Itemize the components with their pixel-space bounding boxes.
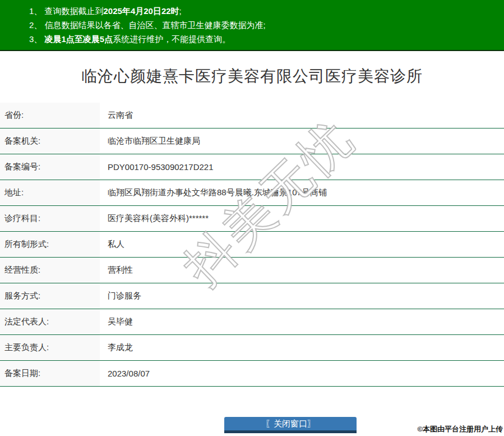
- table-row: 地址:临翔区凤翔街道办事处文华路88号晨曦.东城骊景107号商铺: [0, 180, 504, 206]
- upload-credit: ©本图由平台注册用户上传: [417, 424, 503, 434]
- page-title: 临沧心颜婕熹卡医疗美容有限公司医疗美容诊所: [0, 66, 504, 87]
- table-row: 法定代表人:吴毕健: [0, 309, 504, 335]
- row-value: 2023/08/07: [100, 361, 504, 386]
- notice-text: 系统进行维护，不能提供查询。: [113, 34, 230, 44]
- notice-text: 2、 信息数据结果以各省、自治区、直辖市卫生健康委数据为准;: [29, 20, 266, 30]
- row-value: 临沧市临翔区卫生健康局: [100, 128, 504, 154]
- notice-text-bold: 凌晨1点至凌晨5点: [45, 34, 113, 44]
- table-row: 所有制形式:私人: [0, 232, 504, 258]
- table-row: 省份:云南省: [0, 103, 504, 128]
- row-value: 云南省: [100, 103, 504, 128]
- notice-banner: 1、 查询数据截止到2025年4月20日22时;2、 信息数据结果以各省、自治区…: [0, 0, 504, 51]
- table-row: 服务方式:门诊服务: [0, 283, 504, 309]
- table-row: 主要负责人:李成龙: [0, 335, 504, 361]
- notice-text: 3、: [29, 34, 45, 44]
- close-window-button[interactable]: 〖关闭窗口〗: [224, 417, 357, 433]
- row-value: 私人: [100, 232, 504, 257]
- row-value: PDY00170-953090217D221: [100, 154, 504, 180]
- table-row: 诊疗科目:医疗美容科(美容外科)******: [0, 206, 504, 232]
- info-table: 省份:云南省备案机关:临沧市临翔区卫生健康局备案编号:PDY00170-9530…: [0, 103, 504, 387]
- table-row: 备案编号:PDY00170-953090217D221: [0, 154, 504, 180]
- row-label: 主要负责人:: [0, 335, 100, 360]
- row-label: 备案机关:: [0, 128, 100, 154]
- row-value: 临翔区凤翔街道办事处文华路88号晨曦.东城骊景107号商铺: [100, 180, 504, 205]
- row-label: 经营性质:: [0, 258, 100, 283]
- row-label: 备案编号:: [0, 154, 100, 180]
- table-row: 备案日期:2023/08/07: [0, 361, 504, 387]
- table-row: 备案机关:临沧市临翔区卫生健康局: [0, 128, 504, 154]
- table-row: 经营性质:营利性: [0, 258, 504, 283]
- notice-text: ;: [179, 6, 182, 16]
- row-label: 备案日期:: [0, 361, 100, 386]
- row-label: 地址:: [0, 180, 100, 205]
- notice-list: 1、 查询数据截止到2025年4月20日22时;2、 信息数据结果以各省、自治区…: [29, 4, 498, 46]
- row-label: 法定代表人:: [0, 309, 100, 334]
- row-label: 省份:: [0, 103, 100, 128]
- row-value: 吴毕健: [100, 309, 504, 334]
- row-value: 李成龙: [100, 335, 504, 360]
- row-value: 医疗美容科(美容外科)******: [100, 206, 504, 231]
- row-value: 营利性: [100, 258, 504, 283]
- notice-line: 1、 查询数据截止到2025年4月20日22时;: [29, 4, 498, 18]
- row-label: 所有制形式:: [0, 232, 100, 257]
- notice-line: 3、 凌晨1点至凌晨5点系统进行维护，不能提供查询。: [29, 32, 498, 46]
- notice-line: 2、 信息数据结果以各省、自治区、直辖市卫生健康委数据为准;: [29, 18, 498, 32]
- row-value: 门诊服务: [100, 283, 504, 309]
- notice-text-bold: 2025年4月20日22时: [104, 6, 179, 16]
- row-label: 诊疗科目:: [0, 206, 100, 231]
- row-label: 服务方式:: [0, 283, 100, 309]
- notice-text: 1、 查询数据截止到: [29, 6, 104, 16]
